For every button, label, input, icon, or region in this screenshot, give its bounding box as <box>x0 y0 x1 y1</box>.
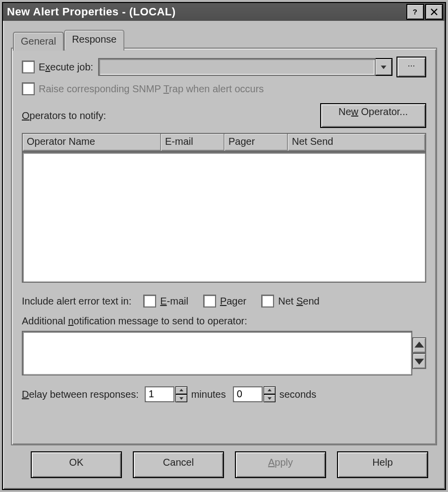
chevron-down-icon <box>179 396 184 400</box>
operators-to-notify-label: Operators to notify: <box>22 110 106 122</box>
include-netsend-label: Net Send <box>278 296 319 307</box>
snmp-row: Raise corresponding SNMP Trap when alert… <box>22 82 426 95</box>
ok-button[interactable]: OK <box>31 451 122 478</box>
execute-job-combo[interactable] <box>98 58 392 76</box>
window-title: New Alert Properties - (LOCAL) <box>7 5 176 18</box>
tab-response[interactable]: Response <box>64 30 124 51</box>
scroll-down-button[interactable] <box>412 353 426 369</box>
chevron-up-icon <box>413 339 425 351</box>
chevron-down-icon <box>380 63 387 70</box>
delay-minutes-input[interactable] <box>146 387 173 401</box>
dialog-window: New Alert Properties - (LOCAL) ? General… <box>2 2 446 490</box>
help-button[interactable]: Help <box>337 451 428 478</box>
execute-job-checkbox[interactable] <box>22 61 35 73</box>
chevron-up-icon <box>179 388 184 392</box>
addl-msg-container <box>22 332 426 374</box>
col-netsend[interactable]: Net Send <box>288 134 425 151</box>
include-row: Include alert error text in: E-mail Page… <box>22 295 426 308</box>
delay-row: Delay between responses: minutes <box>22 386 426 402</box>
client-area: General Response Execute job: ... <box>7 26 441 485</box>
browse-job-button[interactable]: ... <box>396 57 426 77</box>
addl-msg-label: Additional notification message to send … <box>22 315 247 326</box>
include-email-checkbox[interactable] <box>143 295 156 308</box>
cancel-button[interactable]: Cancel <box>133 451 224 478</box>
col-email[interactable]: E-mail <box>161 134 224 151</box>
delay-seconds-spinner[interactable] <box>233 386 276 402</box>
minutes-word: minutes <box>191 389 226 400</box>
operator-list: Operator Name E-mail Pager Net Send <box>22 133 426 283</box>
chevron-down-icon <box>413 355 425 367</box>
minutes-up-button[interactable] <box>175 386 187 394</box>
seconds-word: seconds <box>280 389 317 400</box>
title-bar: New Alert Properties - (LOCAL) ? <box>3 3 445 21</box>
operator-list-body[interactable] <box>22 152 426 283</box>
tab-general[interactable]: General <box>13 32 64 51</box>
scroll-up-button[interactable] <box>412 337 426 353</box>
execute-job-label: Execute job: <box>39 62 93 73</box>
chevron-down-icon <box>267 396 272 400</box>
apply-button[interactable]: Apply <box>235 451 326 478</box>
chevron-up-icon <box>267 388 272 392</box>
help-button-titlebar[interactable]: ? <box>406 4 424 20</box>
close-icon <box>430 7 439 16</box>
seconds-down-button[interactable] <box>264 394 276 402</box>
snmp-trap-label: Raise corresponding SNMP Trap when alert… <box>39 83 264 95</box>
dialog-button-bar: OK Cancel Apply Help <box>11 451 437 476</box>
addl-msg-textarea[interactable] <box>22 331 412 375</box>
execute-job-field[interactable] <box>98 58 376 76</box>
snmp-trap-checkbox[interactable] <box>22 82 35 95</box>
include-email-label: E-mail <box>160 296 188 307</box>
seconds-up-button[interactable] <box>264 386 276 394</box>
include-pager-checkbox[interactable] <box>203 295 216 308</box>
include-netsend-checkbox[interactable] <box>261 295 274 308</box>
execute-job-dropdown-button[interactable] <box>376 58 392 76</box>
execute-job-row: Execute job: ... <box>22 57 426 77</box>
tab-page-response: Execute job: ... Raise corresponding SNM… <box>11 48 437 445</box>
col-pager[interactable]: Pager <box>224 134 288 151</box>
minutes-down-button[interactable] <box>175 394 187 402</box>
operator-list-header: Operator Name E-mail Pager Net Send <box>22 133 426 152</box>
operators-header-row: Operators to notify: New Operator... <box>22 103 426 128</box>
question-icon: ? <box>411 7 420 16</box>
addl-msg-scrollbar[interactable] <box>412 337 426 369</box>
close-button-titlebar[interactable] <box>425 4 443 20</box>
delay-label: Delay between responses: <box>22 389 139 400</box>
new-operator-button[interactable]: New Operator... <box>320 103 426 128</box>
include-pager-label: Pager <box>220 296 246 307</box>
tab-strip: General Response <box>13 30 124 50</box>
include-alert-text-label: Include alert error text in: <box>22 296 131 307</box>
svg-text:?: ? <box>413 7 418 16</box>
delay-seconds-input[interactable] <box>234 387 262 401</box>
delay-minutes-spinner[interactable] <box>145 386 187 402</box>
col-operator-name[interactable]: Operator Name <box>23 134 161 151</box>
addl-msg-section: Additional notification message to send … <box>22 315 426 374</box>
